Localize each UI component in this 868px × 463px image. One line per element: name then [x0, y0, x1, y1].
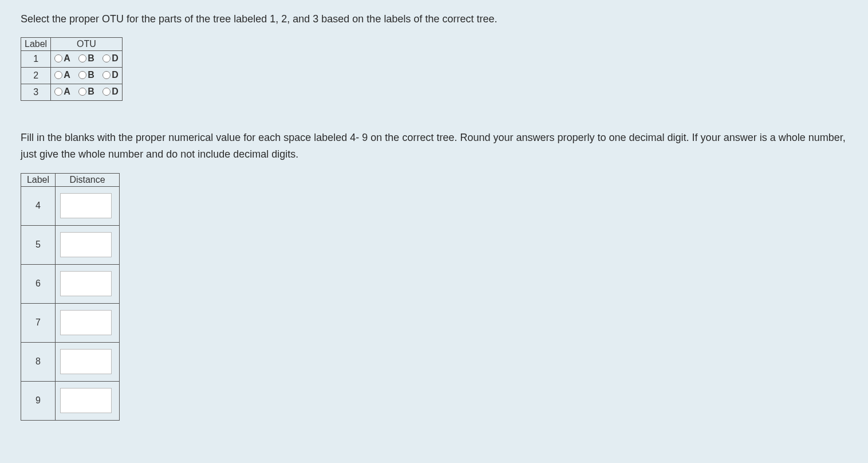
radio-input[interactable] [102, 54, 111, 62]
radio-label: B [88, 87, 94, 97]
table-row: 4 [21, 186, 120, 225]
distance-row-label: 5 [21, 225, 56, 264]
distance-row-label: 9 [21, 381, 56, 420]
radio-label: A [64, 53, 70, 64]
radio-input[interactable] [102, 88, 111, 96]
radio-input[interactable] [54, 88, 62, 96]
distance-row-label: 4 [21, 186, 56, 225]
radio-label: A [64, 87, 70, 97]
radio-input[interactable] [54, 54, 62, 62]
table-row: 2 A B D [21, 68, 123, 84]
distance-row-input-cell [56, 381, 120, 420]
radio-label: B [88, 70, 94, 80]
radio-option-d[interactable]: D [102, 53, 119, 64]
radio-label: D [112, 53, 119, 64]
radio-input[interactable] [78, 54, 86, 62]
radio-label: A [64, 70, 70, 80]
table-row: 8 [21, 342, 120, 381]
distance-row-input-cell [56, 264, 120, 303]
distance-input[interactable] [60, 271, 112, 296]
otu-row-label: 1 [21, 51, 51, 68]
radio-option-b[interactable]: B [78, 53, 94, 64]
distance-input[interactable] [60, 388, 112, 413]
distance-header-label: Label [21, 173, 56, 186]
distance-row-label: 8 [21, 342, 56, 381]
table-row: 1 A B D [21, 51, 123, 68]
radio-label: D [112, 87, 119, 97]
distance-row-input-cell [56, 186, 120, 225]
otu-row-label: 3 [21, 84, 51, 101]
radio-option-a[interactable]: A [54, 53, 70, 64]
instruction-2: Fill in the blanks with the proper numer… [21, 130, 847, 163]
distance-row-input-cell [56, 342, 120, 381]
table-row: 9 [21, 381, 120, 420]
distance-row-input-cell [56, 225, 120, 264]
radio-input[interactable] [102, 71, 111, 79]
distance-header-distance: Distance [56, 173, 120, 186]
table-row: 7 [21, 303, 120, 342]
table-row: 3 A B D [21, 84, 123, 101]
otu-row-options: A B D [51, 84, 123, 101]
otu-header-label: Label [21, 38, 51, 51]
distance-input[interactable] [60, 349, 112, 374]
radio-input[interactable] [54, 71, 62, 79]
radio-label: D [112, 70, 119, 80]
distance-input[interactable] [60, 193, 112, 218]
instruction-1: Select the proper OTU for the parts of t… [21, 11, 847, 27]
table-row: 5 [21, 225, 120, 264]
otu-row-label: 2 [21, 68, 51, 84]
radio-input[interactable] [78, 88, 86, 96]
otu-table: Label OTU 1 A B D 2 A B D 3 A B D [21, 37, 123, 101]
radio-option-b[interactable]: B [78, 87, 94, 97]
distance-row-label: 6 [21, 264, 56, 303]
otu-row-options: A B D [51, 51, 123, 68]
radio-input[interactable] [78, 71, 86, 79]
distance-row-label: 7 [21, 303, 56, 342]
radio-option-a[interactable]: A [54, 70, 70, 80]
table-row: 6 [21, 264, 120, 303]
distance-input[interactable] [60, 310, 112, 335]
distance-row-input-cell [56, 303, 120, 342]
radio-label: B [88, 53, 94, 64]
radio-option-d[interactable]: D [102, 70, 119, 80]
distance-input[interactable] [60, 232, 112, 257]
otu-header-otu: OTU [51, 38, 123, 51]
radio-option-d[interactable]: D [102, 87, 119, 97]
radio-option-a[interactable]: A [54, 87, 70, 97]
distance-table: Label Distance 4 5 6 7 8 9 [21, 173, 120, 421]
otu-row-options: A B D [51, 68, 123, 84]
radio-option-b[interactable]: B [78, 70, 94, 80]
